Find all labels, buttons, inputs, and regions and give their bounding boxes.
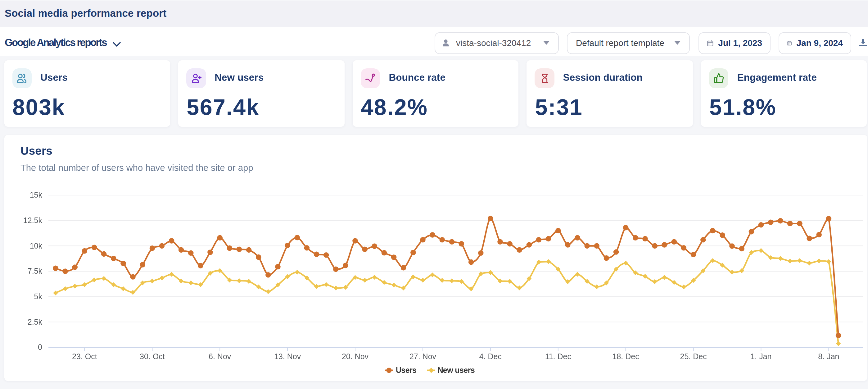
svg-text:23. Oct: 23. Oct (72, 352, 97, 361)
svg-text:2.5k: 2.5k (27, 317, 42, 326)
svg-text:5k: 5k (34, 292, 42, 301)
svg-text:0: 0 (37, 343, 42, 352)
svg-text:11. Dec: 11. Dec (545, 352, 571, 361)
svg-text:8. Jan: 8. Jan (818, 352, 839, 361)
svg-text:30. Oct: 30. Oct (140, 352, 164, 361)
svg-text:6. Nov: 6. Nov (208, 352, 231, 361)
svg-text:27. Nov: 27. Nov (409, 352, 436, 361)
svg-text:1. Jan: 1. Jan (750, 352, 771, 361)
svg-text:12.5k: 12.5k (23, 216, 42, 225)
svg-text:13. Nov: 13. Nov (274, 352, 301, 361)
svg-text:25. Dec: 25. Dec (680, 352, 707, 361)
svg-text:18. Dec: 18. Dec (612, 352, 639, 361)
svg-text:15k: 15k (30, 191, 42, 199)
svg-text:4. Dec: 4. Dec (479, 352, 501, 361)
svg-text:10k: 10k (30, 242, 42, 250)
svg-text:20. Nov: 20. Nov (341, 352, 369, 361)
svg-text:7.5k: 7.5k (27, 267, 42, 275)
